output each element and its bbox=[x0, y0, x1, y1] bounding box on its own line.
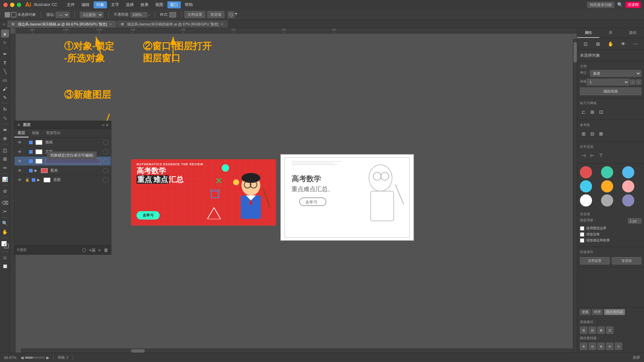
scrollbar-v-thumb[interactable] bbox=[574, 42, 577, 62]
menu-file[interactable]: 文件 bbox=[64, 1, 77, 8]
pencil-tool[interactable]: ✎ bbox=[1, 94, 9, 102]
shape-mode-3[interactable]: ⊠ bbox=[597, 326, 605, 334]
make-clip-mask-btn[interactable]: ⬡ bbox=[82, 247, 86, 253]
menu-help[interactable]: 帮助 bbox=[182, 1, 196, 8]
layers-tab-export[interactable]: 资源导出 bbox=[43, 129, 64, 137]
close-button[interactable] bbox=[3, 3, 8, 7]
trash-icon[interactable]: 🗑 bbox=[104, 247, 108, 253]
menu-view[interactable]: 视图 bbox=[153, 1, 166, 8]
eraser-tool[interactable]: ⌫ bbox=[1, 199, 9, 207]
tab-2[interactable]: 描边风-banner演示稿的副本.ai @ 67% [RGB/GPU 预览] ✕ bbox=[117, 20, 228, 28]
align-icon-1[interactable]: ⊣ bbox=[580, 152, 587, 159]
opacity-input[interactable] bbox=[130, 12, 147, 17]
color-swatch-orange[interactable] bbox=[601, 180, 613, 192]
stroke-select[interactable]: — bbox=[56, 12, 69, 18]
rect-tool[interactable]: ▭ bbox=[1, 76, 9, 84]
menu-edit[interactable]: 编辑 bbox=[79, 1, 92, 8]
arrange-icon[interactable]: ⬡ bbox=[228, 11, 234, 18]
color-swatch-pink[interactable] bbox=[622, 180, 634, 192]
menu-object[interactable]: 对象 bbox=[94, 1, 107, 8]
scissors-tool[interactable]: ✂ bbox=[1, 207, 9, 216]
gradient-tool[interactable]: ◫ bbox=[1, 146, 9, 154]
shape-mode-2[interactable]: ⊟ bbox=[589, 326, 596, 334]
color-swatch-red[interactable] bbox=[580, 166, 592, 178]
chart-tool[interactable]: 📊 bbox=[1, 175, 9, 183]
grid-icon[interactable]: ⊞ bbox=[589, 108, 596, 116]
layer-vis-wenzi[interactable]: 👁 bbox=[17, 149, 22, 155]
text-tool[interactable]: T bbox=[1, 59, 9, 67]
preferences-button[interactable]: 首选项 bbox=[207, 11, 224, 18]
layer-row-deshua[interactable]: 👁 描画 bbox=[14, 138, 111, 147]
doc-settings-button[interactable]: 文档设置 bbox=[184, 11, 205, 18]
keyboard-inc-input[interactable] bbox=[628, 218, 641, 224]
fill-stroke-swatch[interactable] bbox=[1, 241, 9, 248]
line-tool[interactable]: ╲ bbox=[1, 67, 9, 75]
color-swatch-gray[interactable] bbox=[601, 194, 613, 206]
zoom-tool[interactable]: 🔍 bbox=[1, 219, 9, 227]
new-sublayer-btn[interactable]: +⊞ bbox=[89, 247, 96, 253]
tab-2-close[interactable]: ✕ bbox=[221, 22, 223, 26]
guide-icon-1[interactable]: ⊞ bbox=[580, 130, 587, 137]
menu-select[interactable]: 选择 bbox=[123, 1, 137, 8]
shape-mode-1[interactable]: ⊞ bbox=[580, 326, 587, 334]
pf-4[interactable]: ⊘ bbox=[606, 343, 613, 350]
shape-builder-tool[interactable]: ⊕ bbox=[1, 134, 9, 142]
layers-menu-icon[interactable]: ≡ bbox=[106, 123, 108, 127]
panel-tab-color[interactable]: 颜色 bbox=[622, 28, 644, 38]
minimize-button[interactable] bbox=[10, 3, 14, 7]
shape-select[interactable]: 3点圆形 bbox=[80, 12, 103, 18]
pf-1[interactable]: ⊕ bbox=[580, 343, 587, 350]
slice-tool[interactable]: ⊘ bbox=[1, 187, 9, 195]
guide-icon-3[interactable]: ⊠ bbox=[597, 130, 605, 137]
window-controls[interactable] bbox=[3, 3, 21, 7]
layer-lock-yuantu[interactable]: 🔒 bbox=[24, 178, 30, 182]
pf-2[interactable]: ⊖ bbox=[589, 343, 596, 350]
menu-text[interactable]: 文字 bbox=[108, 1, 122, 8]
align-tab[interactable]: 对齐 bbox=[592, 309, 603, 315]
collapse-icon[interactable]: ‹‹ bbox=[3, 22, 5, 26]
width-tool[interactable]: ⇼ bbox=[1, 126, 9, 134]
menu-effects[interactable]: 效果 bbox=[138, 1, 151, 8]
panel-tab-library[interactable]: 库 bbox=[599, 28, 622, 38]
zoom-out-btn[interactable]: ◀ bbox=[20, 355, 23, 360]
tab-1[interactable]: 描边风-banner演示精稿.ai @ 66.67% [RGB/GPU 预览] … bbox=[7, 20, 116, 28]
blend-tool[interactable]: ∞ bbox=[1, 164, 9, 172]
color-swatch-green[interactable] bbox=[601, 166, 613, 178]
layers-close-btn[interactable]: ✕ bbox=[17, 123, 20, 127]
color-swatch-cyan[interactable] bbox=[580, 180, 592, 192]
layers-collapse-icon[interactable]: ‹‹ bbox=[102, 123, 105, 127]
tab-1-close[interactable]: ✕ bbox=[109, 22, 112, 26]
color-swatch-purple[interactable] bbox=[622, 194, 634, 206]
perspective-grid-icon[interactable]: ⊡ bbox=[597, 108, 605, 116]
pref-quick-btn[interactable]: 首选项 bbox=[612, 257, 642, 264]
artboard-next[interactable]: › bbox=[636, 79, 641, 85]
scale-stroke-checkbox[interactable] bbox=[580, 238, 584, 243]
rotate-tool[interactable]: ↻ bbox=[1, 105, 9, 113]
arrange-chevron[interactable]: ▾ bbox=[235, 11, 237, 18]
zoom-in-btn[interactable]: ▶ bbox=[46, 355, 49, 360]
more-icon-r[interactable]: ⋯ bbox=[632, 40, 639, 48]
layer-row-new[interactable]: 👁 bbox=[14, 157, 111, 166]
workspace-btn[interactable]: 传统基本功能 bbox=[587, 2, 614, 8]
mesh-tool[interactable]: ⊞ bbox=[1, 155, 9, 163]
artboard-prev[interactable]: ‹ bbox=[630, 79, 635, 85]
search-icon[interactable]: 🔍 bbox=[617, 2, 623, 7]
align-icon-3[interactable]: ⊤ bbox=[597, 152, 605, 159]
layers-tab-layers[interactable]: 图层 bbox=[14, 129, 29, 137]
zoom-slider[interactable] bbox=[25, 357, 45, 359]
align-icon-2[interactable]: ⊢ bbox=[589, 152, 596, 159]
selection-tool[interactable]: ▲ bbox=[1, 29, 9, 38]
edit-artboard-btn[interactable]: 编辑画板 bbox=[580, 87, 641, 95]
corner-checkbox[interactable] bbox=[580, 232, 584, 237]
layer-row-yuantu[interactable]: 👁 🔒 ▶ 原图 bbox=[14, 175, 111, 185]
snap-edges-checkbox[interactable] bbox=[580, 226, 584, 231]
color-swatch-white[interactable] bbox=[580, 194, 592, 206]
paintbrush-tool[interactable]: 🖌 bbox=[1, 85, 9, 93]
layer-row-wenzi[interactable]: 👁 文字 bbox=[14, 147, 111, 157]
direct-selection-tool[interactable]: ▷ bbox=[1, 38, 9, 46]
align-icon[interactable]: ⊞ bbox=[594, 40, 602, 48]
hand-icon-r[interactable]: ✋ bbox=[607, 40, 614, 48]
layer-row-peise[interactable]: 👁 ▶ 配色 bbox=[14, 166, 111, 175]
layer-vis-yuantu[interactable]: 👁 bbox=[17, 177, 22, 183]
artboard-select[interactable]: 1 bbox=[587, 79, 629, 85]
